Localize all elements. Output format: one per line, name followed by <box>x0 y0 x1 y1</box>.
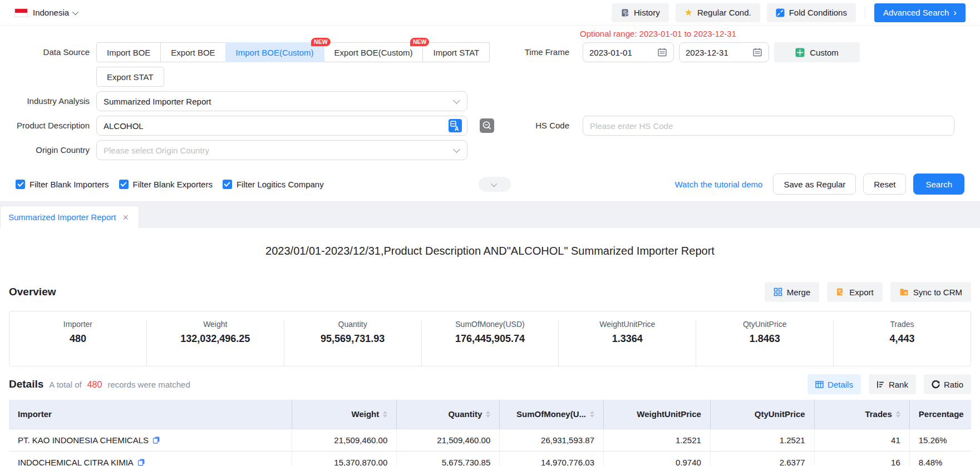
trades-cell: 16 <box>814 451 909 466</box>
collapse-conditions-button[interactable] <box>479 177 511 192</box>
stat-value: 1.8463 <box>696 333 833 345</box>
copy-icon[interactable] <box>152 436 160 444</box>
col-qty-unit-price: QtyUnitPrice <box>710 400 814 429</box>
overview-header: Overview Merge Export <box>9 282 971 302</box>
origin-select[interactable]: Please select Origin Country <box>96 140 467 160</box>
history-label: History <box>634 8 660 17</box>
origin-placeholder: Please select Origin Country <box>104 146 209 155</box>
tab-export-stat[interactable]: Export STAT <box>96 67 164 87</box>
view-ratio-button[interactable]: Ratio <box>924 374 971 394</box>
country-name: Indonesia <box>33 8 69 17</box>
details-header: Details A total of 480 records were matc… <box>9 374 971 394</box>
custom-range-button[interactable]: Custom <box>774 42 860 62</box>
product-row: Product Description A HS Code <box>0 116 980 136</box>
stat-value: 4,443 <box>834 333 971 345</box>
hs-code-input[interactable] <box>583 116 954 136</box>
weight-unit-price-cell: 1.2521 <box>604 429 711 451</box>
folder-sync-icon <box>899 287 909 296</box>
country-selector[interactable]: Indonesia <box>14 8 78 17</box>
data-source-row: Data Source Import BOE Export BOE Import… <box>0 42 980 62</box>
sort-icon[interactable] <box>486 411 490 418</box>
merge-button[interactable]: Merge <box>765 282 820 302</box>
date-from-input[interactable]: 2023-01-01 <box>583 42 674 62</box>
details-table: Importer Weight Quantity SumOfMoney(U...… <box>9 400 971 466</box>
trades-cell: 41 <box>814 429 909 451</box>
save-as-regular-button[interactable]: Save as Regular <box>773 173 856 195</box>
export-button[interactable]: Export <box>827 282 882 302</box>
stat-label: Quantity <box>284 320 421 329</box>
view-rank-button[interactable]: Rank <box>869 374 916 394</box>
sort-icon[interactable] <box>590 411 594 418</box>
history-button[interactable]: History <box>612 3 669 22</box>
tab-summarized-importer-report[interactable]: Summarized Importer Report × <box>0 206 139 228</box>
industry-row: Industry Analysis Summarized Importer Re… <box>0 91 980 111</box>
tab-export-boe[interactable]: Export BOE <box>160 42 225 62</box>
chevron-down-icon <box>491 181 497 187</box>
fold-conditions-button[interactable]: Fold Conditions <box>767 3 856 22</box>
view-details-button[interactable]: Details <box>807 374 861 394</box>
checkbox-label: Filter Logitics Company <box>237 180 324 189</box>
tab-label: Export STAT <box>107 72 154 82</box>
custom-label: Custom <box>810 48 839 57</box>
search-button[interactable]: Search <box>913 173 964 195</box>
filter-blank-importers-checkbox[interactable]: Filter Blank Importers <box>16 180 109 189</box>
stat-qty-unit-price: QtyUnitPrice 1.8463 <box>696 320 833 366</box>
col-quantity: Quantity <box>397 400 500 429</box>
col-weight-unit-price: WeightUnitPrice <box>604 400 711 429</box>
product-input-wrap: A <box>96 116 467 136</box>
total-prefix: A total of <box>49 380 81 389</box>
stat-label: Weight <box>147 320 284 329</box>
chevron-down-icon <box>453 146 460 153</box>
date-to-value: 2023-12-31 <box>686 48 728 57</box>
filter-logistics-company-checkbox[interactable]: Filter Logitics Company <box>223 180 324 189</box>
tab-import-boe-custom[interactable]: Import BOE(Custom) NEW <box>225 42 324 62</box>
sync-to-crm-button[interactable]: Sync to CRM <box>890 282 971 302</box>
sort-icon[interactable] <box>896 411 900 418</box>
industry-value: Summarized Importer Report <box>104 97 211 106</box>
new-badge: NEW <box>410 38 430 46</box>
tutorial-link[interactable]: Watch the tutorial demo <box>675 180 763 189</box>
data-source-group: Import BOE Export BOE Import BOE(Custom)… <box>96 42 490 62</box>
col-importer: Importer <box>9 400 292 429</box>
total-suffix: records were matched <box>107 380 190 389</box>
sort-icon[interactable] <box>383 411 387 418</box>
stat-trades: Trades 4,443 <box>833 320 971 366</box>
regular-cond-button[interactable]: ★ Regular Cond. <box>676 3 760 22</box>
details-heading: Details <box>9 378 43 390</box>
quantity-cell: 21,509,460.00 <box>397 429 500 451</box>
tab-import-boe[interactable]: Import BOE <box>96 42 161 62</box>
industry-select[interactable]: Summarized Importer Report <box>96 91 467 111</box>
percentage-cell: 8.48% <box>909 451 971 466</box>
copy-icon[interactable] <box>137 458 145 466</box>
product-input[interactable] <box>96 116 467 136</box>
col-sum-of-money: SumOfMoney(U... <box>500 400 604 429</box>
fold-conditions-label: Fold Conditions <box>789 8 847 17</box>
col-percentage: Percentage <box>909 400 971 429</box>
rank-icon <box>876 380 885 389</box>
tab-title: Summarized Importer Report <box>8 212 116 222</box>
reset-button[interactable]: Reset <box>863 173 906 195</box>
industry-label: Industry Analysis <box>0 91 96 111</box>
importer-name[interactable]: INDOCHEMICAL CITRA KIMIA <box>18 458 134 466</box>
chevron-down-icon <box>72 8 78 14</box>
stat-weight: Weight 132,032,496.25 <box>146 320 284 366</box>
col-label: Trades <box>865 409 892 419</box>
col-label: Weight <box>352 409 380 419</box>
close-icon[interactable]: × <box>122 212 129 222</box>
table-row: PT. KAO INDONESIA CHEMICALS 21,509,460.0… <box>9 429 971 451</box>
tab-export-boe-custom[interactable]: Export BOE(Custom) NEW <box>324 42 423 62</box>
weight-cell: 15,370,870.00 <box>292 451 396 466</box>
stat-label: Trades <box>834 320 971 329</box>
filter-blank-exporters-checkbox[interactable]: Filter Blank Exporters <box>119 180 213 189</box>
importer-name[interactable]: PT. KAO INDONESIA CHEMICALS <box>18 435 149 445</box>
date-to-input[interactable]: 2023-12-31 <box>679 42 769 62</box>
sync-to-crm-label: Sync to CRM <box>913 287 962 297</box>
translate-icon[interactable]: A <box>449 119 462 132</box>
col-label: QtyUnitPrice <box>755 409 805 419</box>
stat-value: 132,032,496.25 <box>147 333 284 345</box>
table-row: INDOCHEMICAL CITRA KIMIA 15,370,870.00 5… <box>9 451 971 466</box>
product-label: Product Description <box>0 116 96 136</box>
col-trades: Trades <box>814 400 909 429</box>
merge-icon <box>774 287 782 296</box>
advanced-search-button[interactable]: Advanced Search › <box>874 3 966 22</box>
